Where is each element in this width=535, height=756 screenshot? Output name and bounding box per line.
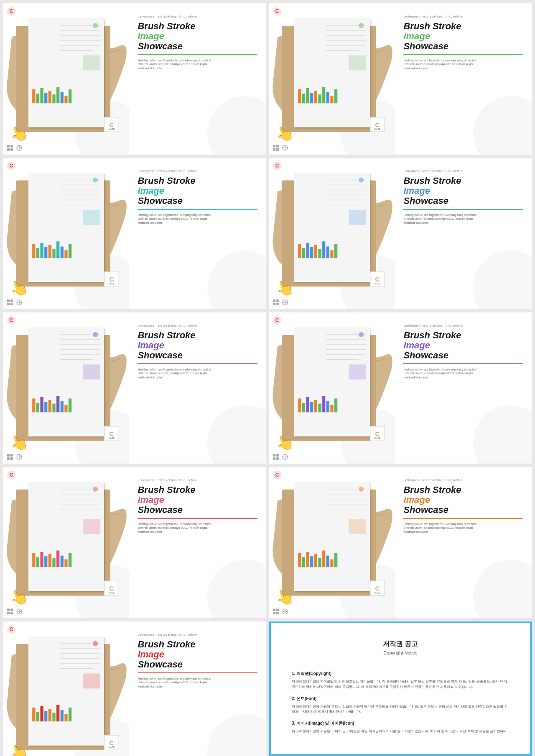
logo-icon: C [273,161,282,170]
svg-point-232 [359,487,364,492]
paper [294,482,370,591]
slide-eyebrow: Letterpress next level trust fund, befor… [403,324,523,327]
svg-rect-206 [41,552,43,567]
slide-body-text: Hashtag fashion axe fingerstache, everyd… [138,677,213,689]
svg-rect-173 [298,399,301,413]
svg-rect-148 [56,396,59,413]
svg-rect-268 [41,707,43,722]
slide-8: C [269,467,532,618]
copyright-divider [292,664,509,664]
svg-rect-272 [56,705,59,722]
svg-point-46 [359,23,364,28]
copyright-slide: 저작권 공고 Copyright Notice 1. 저작권(Copyright… [269,622,532,756]
slide-title-line3: Showcase [403,350,523,364]
logo-icon: C [7,7,16,16]
svg-rect-26 [65,96,68,104]
svg-rect-160 [276,457,279,460]
svg-point-77 [93,178,98,183]
svg-point-15 [93,23,98,28]
slide-title-line2: Image [403,495,523,505]
svg-rect-157 [273,454,275,457]
logo-icon: C [7,470,16,479]
svg-rect-78 [83,210,100,225]
svg-rect-236 [302,558,305,567]
slide-title-line3: Showcase [138,660,257,673]
slide-title-line3: Showcase [403,196,523,209]
svg-rect-171 [349,365,366,380]
svg-rect-176 [310,402,313,412]
deco-circle-right [207,405,266,464]
svg-rect-213 [69,553,71,567]
svg-rect-126 [7,454,10,457]
svg-rect-80 [32,244,35,258]
svg-rect-35 [273,148,275,151]
svg-rect-117 [322,242,325,258]
svg-rect-159 [273,457,275,460]
svg-rect-111 [298,244,301,258]
slide-title-line1: Brush Stroke [403,330,523,340]
svg-text:C: C [10,627,13,632]
svg-rect-151 [69,399,71,413]
svg-rect-89 [69,244,71,258]
svg-text:MADE: MADE [109,592,115,594]
paper [28,482,104,591]
slide-text-area: Letterpress next level trust fund, befor… [395,312,532,464]
svg-rect-114 [310,247,313,258]
svg-rect-271 [53,713,56,722]
svg-text:C: C [110,275,114,282]
paper [294,173,370,282]
svg-rect-242 [326,556,329,567]
svg-rect-27 [69,90,71,104]
copyright-section1-text: 이 프레젠테이션은 저작권법에 의해 보호받는 저작물입니다. 이 프레젠테이션… [292,679,509,690]
copyright-section1-title: 1. 저작권(Copyright) [292,671,331,677]
svg-rect-21 [44,93,47,103]
paper [294,18,370,127]
svg-rect-189 [10,609,13,611]
slide-title-line3: Showcase [138,41,257,55]
svg-rect-81 [36,249,39,258]
svg-text:C: C [110,739,114,746]
bottom-icons [273,454,288,460]
svg-text:C: C [375,584,380,591]
svg-rect-179 [322,396,325,413]
svg-text:MADE: MADE [374,283,380,285]
svg-rect-220 [276,609,279,611]
svg-text:C: C [10,472,13,478]
svg-rect-115 [314,246,317,258]
slide-text-area: Letterpress next level trust fund, befor… [395,3,532,155]
svg-rect-34 [276,145,279,147]
logo-icon: C [273,470,282,479]
slide-title-line2: Image [403,186,523,196]
deco-circle-right [473,560,532,618]
svg-point-139 [93,332,98,337]
svg-rect-274 [65,714,68,722]
slide-3: C [3,158,266,309]
logo-icon: C [7,161,16,170]
svg-rect-243 [331,560,334,567]
svg-rect-2 [7,145,10,147]
slide-eyebrow: Letterpress next level trust fund, befor… [138,633,257,636]
svg-rect-36 [276,148,279,151]
slide-title-line2: Image [138,649,257,660]
svg-point-108 [359,178,364,183]
svg-rect-85 [53,249,56,258]
svg-rect-113 [306,243,309,258]
svg-text:C: C [275,317,279,323]
c-badge: C MADE [104,117,119,132]
slide-text-area: Letterpress next level trust fund, befor… [129,312,266,464]
logo-icon: C [273,7,282,16]
svg-rect-84 [48,246,51,258]
slide-body-text: Hashtag fashion axe fingerstache, everyd… [403,213,479,225]
slide-image-area: 👆 C MADE [3,467,129,618]
svg-rect-109 [349,210,366,225]
deco-circle-right [207,560,266,618]
svg-rect-50 [302,94,305,104]
svg-rect-233 [349,519,366,534]
svg-rect-49 [298,90,301,104]
svg-rect-22 [48,91,51,104]
svg-text:C: C [375,275,380,282]
slide-title-line2: Image [403,31,523,41]
svg-text:MADE: MADE [109,283,115,285]
svg-rect-208 [48,555,51,567]
slide-body-text: Hashtag fashion axe fingerstache, everyd… [138,213,213,225]
